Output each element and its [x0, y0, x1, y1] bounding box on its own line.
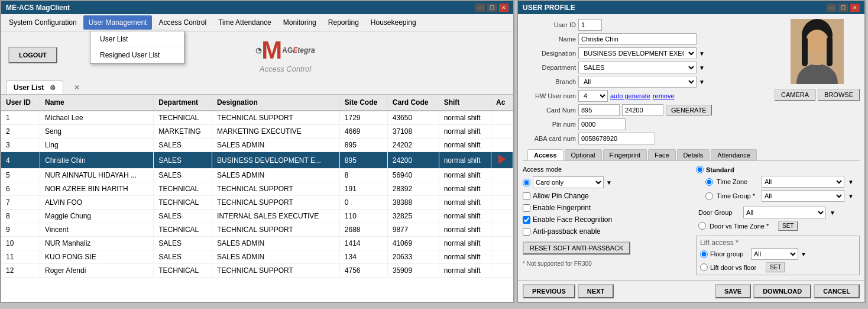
logo: ◔ M AG E tegra — [255, 36, 315, 65]
table-row[interactable]: 1Michael LeeTECHNICALTECHNICAL SUPPORT17… — [1, 111, 513, 125]
profile-maximize-btn[interactable]: ☐ — [838, 4, 848, 12]
designation-select[interactable]: BUSINESS DEVELOPMENT EXECUTIVE — [578, 47, 697, 59]
tab-attendance[interactable]: Attendance — [711, 149, 757, 160]
main-window-controls: — ☐ ✕ — [475, 4, 509, 12]
standard-row: Standard — [696, 166, 860, 173]
col-site-code: Site Code — [339, 95, 387, 111]
table-row[interactable]: 10NUR ManhalizSALESSALES ADMIN141441069n… — [1, 237, 513, 250]
door-vs-time-set-button[interactable]: SET — [778, 221, 798, 231]
table-row[interactable]: 6NOR AZREE BIN HARITHTECHNICALTECHNICAL … — [1, 182, 513, 196]
allow-pin-change-checkbox[interactable] — [523, 192, 530, 200]
tab-details[interactable]: Details — [677, 149, 710, 160]
floor-group-radio[interactable] — [700, 250, 708, 258]
browse-button[interactable]: BROWSE — [818, 89, 860, 101]
main-title: ME-ACS MagClient — [6, 4, 70, 12]
table-row[interactable]: 8Maggie ChungSALESINTERNAL SALES EXECUTI… — [1, 210, 513, 223]
floor-group-select[interactable]: All — [751, 248, 798, 260]
pin-num-input[interactable] — [578, 118, 626, 130]
cancel-button[interactable]: CANCEL — [814, 284, 860, 298]
enable-face-checkbox[interactable] — [523, 216, 530, 224]
table-row[interactable]: 4Christie ChinSALESBUSINESS DEVELOPMENT … — [1, 152, 513, 169]
auto-generate-link[interactable]: auto generate — [610, 92, 650, 99]
door-group-row: Door Group All ▼ — [696, 207, 860, 218]
camera-browse-row: CAMERA BROWSE — [775, 89, 860, 101]
col-name: Name — [40, 95, 153, 111]
door-group-select[interactable]: All — [743, 207, 826, 218]
menu-housekeeping[interactable]: Housekeeping — [365, 15, 422, 30]
table-row[interactable]: 7ALVIN FOOTECHNICALTECHNICAL SUPPORT0383… — [1, 196, 513, 210]
minimize-button[interactable]: — — [475, 4, 485, 12]
generate-button[interactable]: GENERATE — [666, 105, 712, 115]
reset-anti-passback-button[interactable]: RESET SOFT ANTI-PASSBACK — [523, 242, 630, 255]
arrow-cell — [491, 139, 513, 152]
dropdown-arrow-icon: ▼ — [699, 50, 705, 57]
enable-fingerprint-checkbox[interactable] — [523, 204, 530, 212]
table-row[interactable]: 3LingSALESSALES ADMIN89524202normal shif… — [1, 139, 513, 152]
maximize-button[interactable]: ☐ — [487, 4, 497, 12]
table-row[interactable]: 2SengMARKETINGMARKETING EXECUTIVE4669371… — [1, 125, 513, 139]
dept-dropdown-arrow-icon: ▼ — [699, 65, 705, 71]
profile-photo — [791, 19, 844, 84]
time-zone-radio[interactable] — [705, 178, 713, 186]
door-vs-time-radio[interactable] — [698, 222, 706, 230]
tab-face[interactable]: Face — [648, 149, 675, 160]
dropdown-user-list[interactable]: User List — [90, 31, 184, 47]
panel-close-icon[interactable]: ✕ — [74, 83, 80, 92]
download-button[interactable]: DOWNLOAD — [753, 284, 811, 298]
aba-card-input[interactable] — [578, 133, 655, 144]
department-label: Department — [523, 64, 576, 71]
tab-access[interactable]: Access — [527, 149, 563, 160]
hw-user-num-select[interactable]: 4 — [578, 90, 608, 102]
table-row[interactable]: 12Roger AfendiTECHNICALTECHNICAL SUPPORT… — [1, 264, 513, 278]
logout-button[interactable]: LOGOUT — [8, 47, 57, 63]
user-id-input[interactable] — [578, 19, 602, 31]
access-mode-radio[interactable] — [523, 179, 530, 186]
lift-door-set-button[interactable]: SET — [766, 262, 785, 272]
dropdown-resigned-user-list[interactable]: Resigned User List — [90, 47, 184, 63]
table-row[interactable]: 9VincentTECHNICALTECHNICAL SUPPORT268898… — [1, 223, 513, 237]
close-button[interactable]: ✕ — [499, 4, 509, 12]
menu-reporting[interactable]: Reporting — [323, 15, 364, 30]
arrow-cell — [491, 250, 513, 264]
table-body: 1Michael LeeTECHNICALTECHNICAL SUPPORT17… — [1, 111, 513, 278]
card-num-input[interactable] — [578, 104, 620, 116]
branch-select[interactable]: All — [578, 76, 697, 88]
user-id-label: User ID — [523, 21, 576, 28]
time-group-radio[interactable] — [705, 192, 713, 200]
arrow-cell — [491, 196, 513, 210]
time-group-select[interactable]: All — [762, 190, 844, 202]
department-select[interactable]: SALES — [578, 62, 697, 73]
previous-button[interactable]: PREVIOUS — [523, 284, 575, 298]
person-svg — [791, 19, 844, 84]
card-num2-input[interactable] — [622, 104, 663, 116]
anti-passback-checkbox[interactable] — [523, 228, 530, 236]
remove-link[interactable]: remove — [653, 92, 675, 99]
menu-system-config[interactable]: System Configuration — [4, 15, 82, 30]
table-row[interactable]: 11KUO FONG SIESALESSALES ADMIN13420633no… — [1, 250, 513, 264]
menu-monitoring[interactable]: Monitoring — [278, 15, 322, 30]
arrow-cell — [491, 125, 513, 139]
standard-radio[interactable] — [696, 166, 704, 173]
table-row[interactable]: 5NUR AINNATUL HIDAYAH ...SALESSALES ADMI… — [1, 169, 513, 182]
arrow-cell — [491, 111, 513, 125]
lift-door-radio[interactable] — [700, 263, 708, 271]
lift-door-label: Lift door vs floor — [710, 264, 763, 271]
svg-rect-4 — [827, 37, 833, 66]
time-zone-select[interactable]: All — [762, 176, 844, 188]
tab-fingerprint[interactable]: Fingerprint — [603, 149, 647, 160]
profile-minimize-btn[interactable]: — — [827, 4, 836, 12]
camera-button[interactable]: CAMERA — [775, 89, 815, 101]
profile-close-btn[interactable]: ✕ — [850, 4, 860, 12]
name-input[interactable] — [578, 33, 697, 45]
menu-user-management[interactable]: User Management — [83, 15, 153, 30]
menu-access-control[interactable]: Access Control — [153, 15, 212, 30]
pin-num-label: Pin num — [523, 121, 576, 128]
tab-user-list[interactable]: User List ⊗ — [6, 81, 63, 94]
name-label: Name — [523, 36, 576, 43]
next-button[interactable]: NEXT — [578, 284, 614, 298]
menu-time-attendance[interactable]: Time Attendance — [213, 15, 277, 30]
save-button[interactable]: SAVE — [715, 284, 751, 298]
tab-optional[interactable]: Optional — [565, 149, 602, 160]
tab-close-icon[interactable]: ⊗ — [50, 83, 56, 92]
access-mode-select[interactable]: Card only — [533, 176, 604, 188]
